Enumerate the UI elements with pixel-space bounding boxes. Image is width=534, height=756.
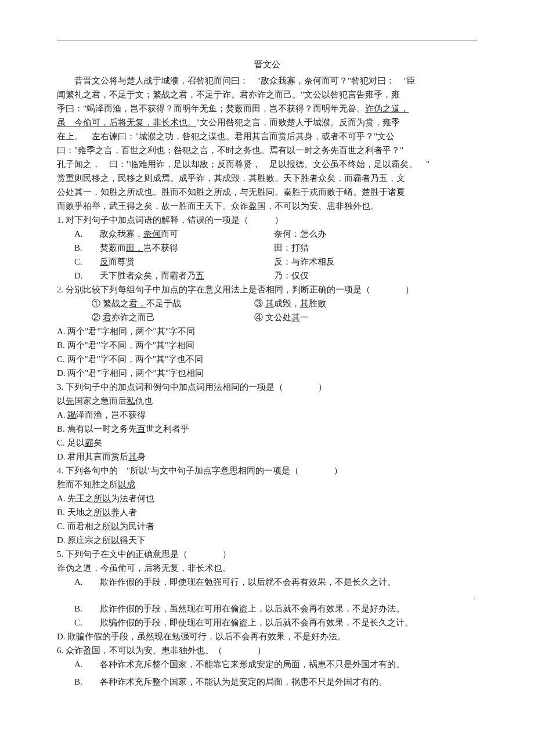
text: ③ 其成毁，其胜败 bbox=[254, 296, 477, 310]
q5-example: 诈伪之道，今虽偷可，后将无复，非长术也。 bbox=[57, 561, 477, 575]
underline-text: 霸 bbox=[85, 438, 93, 447]
q5-option-a: A. 欺诈作假的手段，即使现在勉强可行，以后就不会再有效果，不是长久之计。 bbox=[74, 575, 477, 589]
q3-option-d: D. 君用其言而赏后其身 bbox=[57, 450, 477, 464]
underline-text: 所以养 bbox=[93, 508, 120, 517]
underline-text: 奈何 bbox=[143, 229, 161, 238]
option-letter: C. bbox=[74, 255, 100, 269]
text: B. 天地之 bbox=[57, 508, 93, 517]
text: 世之利者乎 bbox=[146, 424, 189, 433]
text: 一 bbox=[300, 313, 309, 322]
option-text: 焚薮而田，岂不获得 bbox=[100, 241, 274, 255]
question-3-stem: 3. 下列句子中的加点词和例句中加点词用法相同的一项是（ ） bbox=[57, 380, 477, 394]
text: A. 先王之 bbox=[57, 494, 93, 503]
q2-option-a: A. 两个"君"字相同，两个"其"字不同 bbox=[57, 324, 477, 338]
option-explain: 田：打猎 bbox=[274, 241, 477, 255]
text: 天下 bbox=[128, 536, 146, 545]
underline-text: 田， bbox=[126, 243, 143, 252]
underline-text: 五 bbox=[196, 271, 204, 280]
text: ③ bbox=[254, 299, 265, 308]
option-text: 欺诈作假的手段，虽然现在可用在偷盗上，以后就不会再有效果，不是好办法。 bbox=[100, 602, 477, 616]
text: 不足于战 bbox=[146, 299, 181, 308]
passage-line: 虽 今偷可，后将无复，非长术也。"文公用咎犯之言，而败楚人于城濮。反而为赏，雍季 bbox=[57, 115, 477, 129]
text: B. 焉有以一时之务先 bbox=[57, 424, 137, 433]
text: C. 足以 bbox=[57, 438, 85, 447]
q4-option-b: B. 天地之所以养人者 bbox=[57, 505, 477, 519]
q2-option-d: D. 两个"君"字相同，两个"其"字也相同 bbox=[57, 366, 477, 380]
top-rule bbox=[57, 41, 477, 41]
question-6-stem: 6. 众诈盈国，不可以为安、患非独外也。（ ） bbox=[57, 643, 477, 657]
q3-option-c: C. 足以霸矣 bbox=[57, 436, 477, 450]
option-letter: A. bbox=[74, 227, 100, 241]
option-letter: B. bbox=[74, 241, 100, 255]
text: ② bbox=[92, 313, 103, 322]
title: 晋文公 bbox=[57, 57, 477, 71]
text: C. 而君相之 bbox=[57, 522, 102, 531]
q2-option-c: C. 两个"君"字不同，两个"其"字也不同 bbox=[57, 352, 477, 366]
text: 以 bbox=[57, 396, 66, 406]
underline-text: 反 bbox=[100, 257, 109, 266]
underline-text: 虽 今偷可，后将无复，非长术也。 bbox=[57, 118, 196, 127]
text: 焚薮而 bbox=[100, 243, 126, 252]
q5-option-d: D. 欺骗作假的手段，虽然现在勉强可行，以后不会再有效果，不是好办法。 bbox=[57, 630, 477, 643]
underline-text: 所以 bbox=[93, 494, 111, 503]
text: 为法者何也 bbox=[111, 494, 154, 503]
text: 季曰："竭泽而渔，岂不获得？而明年无鱼；焚薮而田，岂不获得？而明年无兽。 bbox=[57, 104, 365, 113]
option-text: 欺诈作假的手段，即使现在勉强可行，以后就不会再有效果，不是长久之计。 bbox=[100, 575, 477, 589]
q2-pair-1: ① 繁战之君，不足于战 ③ 其成毁，其胜败 bbox=[57, 296, 477, 310]
q1-option-c: C. 反而尊贤 反：与诈术相反 bbox=[74, 255, 477, 269]
q4-example: 胜而不知胜之所以成 bbox=[57, 478, 477, 491]
option-text: 天下胜者众矣，而霸者乃五 bbox=[100, 269, 274, 283]
underline-text: 诈伪之道， bbox=[365, 104, 409, 113]
option-explain: 奈何：怎么办 bbox=[274, 227, 477, 241]
q5-option-b: B. 欺诈作假的手段，虽然现在可用在偷盗上，以后就不会再有效果，不是好办法。 bbox=[74, 602, 477, 616]
text: 矣 bbox=[93, 438, 102, 447]
q6-option-b: B. 各种诈术充斥整个国家，不能认为是安定的局面，祸患不只是外国才有的。 bbox=[74, 675, 477, 689]
margin-mark: ； bbox=[471, 592, 477, 602]
text: 敌众我寡， bbox=[100, 229, 143, 238]
option-explain: 反：与诈术相反 bbox=[274, 255, 477, 269]
underline-text: 百 bbox=[137, 424, 146, 433]
q4-option-c: C. 而君相之所以为民计者 bbox=[57, 519, 477, 533]
text: "文公用咎犯之言，而败楚人于城濮。反而为赏，雍季 bbox=[196, 118, 400, 127]
underline-text: 君， bbox=[129, 299, 146, 308]
option-text: 各种诈术充斥整个国家，不能靠它来形成安定的局面，祸患不只是外国才有的。 bbox=[100, 657, 477, 671]
q3-example: 以先国家之急而后私仇也 bbox=[57, 394, 477, 408]
q3-option-b: B. 焉有以一时之务先百世之利者乎 bbox=[57, 422, 477, 436]
text: 民计者 bbox=[128, 522, 154, 531]
underline-text: 竭 bbox=[67, 410, 76, 419]
passage-line: 在上。 左右谏曰："城濮之功，咎犯之谋也。君用其言而赏后其身，或者不可乎？"文公 bbox=[57, 129, 477, 143]
text: D. 原庄宗之 bbox=[57, 536, 102, 545]
option-text: 反而尊贤 bbox=[100, 255, 274, 269]
underline-text: 所以得 bbox=[102, 536, 128, 545]
text: 岂不获得 bbox=[143, 243, 178, 252]
text: 而可 bbox=[161, 229, 178, 238]
question-1-stem: 1. 对下列句子中加点词语的解释，错误的一项是（ ） bbox=[57, 213, 477, 227]
text: 胜败 bbox=[309, 299, 326, 308]
option-text: 敌众我寡，奈何而可 bbox=[100, 227, 274, 241]
option-explain: 乃：仅仅 bbox=[274, 269, 477, 283]
underline-text: 其 bbox=[265, 299, 274, 308]
q4-option-a: A. 先王之所以为法者何也 bbox=[57, 491, 477, 505]
q2-pair-2: ② 君亦诈之而己 ④ 文公处其一 bbox=[57, 310, 477, 324]
option-letter: C. bbox=[74, 616, 100, 630]
q6-option-a: A. 各种诈术充斥整个国家，不能靠它来形成安定的局面，祸患不只是外国才有的。 bbox=[74, 657, 477, 671]
q2-option-b: B. 两个"君"字不同，两个"其"字相同 bbox=[57, 338, 477, 352]
text: 成毁， bbox=[274, 299, 300, 308]
underline-text: 其 bbox=[291, 313, 300, 322]
underline-text: 以成 bbox=[118, 480, 135, 489]
text: ① 繁战之 bbox=[92, 299, 129, 308]
q1-option-b: B. 焚薮而田，岂不获得 田：打猎 bbox=[74, 241, 477, 255]
option-letter: A. bbox=[74, 657, 100, 671]
option-text: 欺骗作假的手段，即使现在可用在偷盗上，以后就不会再有效果，不是长久之计。 bbox=[100, 616, 477, 630]
text: A. bbox=[57, 410, 67, 419]
text: 身 bbox=[137, 452, 146, 461]
text: 泽而渔，岂不获得 bbox=[76, 410, 146, 419]
text: 胜而不知胜之所 bbox=[57, 480, 118, 489]
passage-line: 曰："雍季之言，百世之利也；咎犯之言，不时之务也。焉有以一时之务先百世之利者乎？… bbox=[57, 143, 477, 157]
passage-line: 孔子闻之， 曰："临难用诈，足以却敌；反而尊贤， 足以报德。文公虽不终始，足以霸… bbox=[57, 157, 477, 171]
text: ④ 文公处其一 bbox=[254, 310, 477, 324]
question-2-stem: 2. 分别比较下列每组句子中加点的字在意义用法上是否相同，判断正确的一项是（ ） bbox=[57, 283, 477, 296]
underline-text: 其 bbox=[300, 299, 309, 308]
q1-option-d: D. 天下胜者众矣，而霸者乃五 乃：仅仅 bbox=[74, 269, 477, 283]
q3-option-a: A. 竭泽而渔，岂不获得 bbox=[57, 408, 477, 422]
